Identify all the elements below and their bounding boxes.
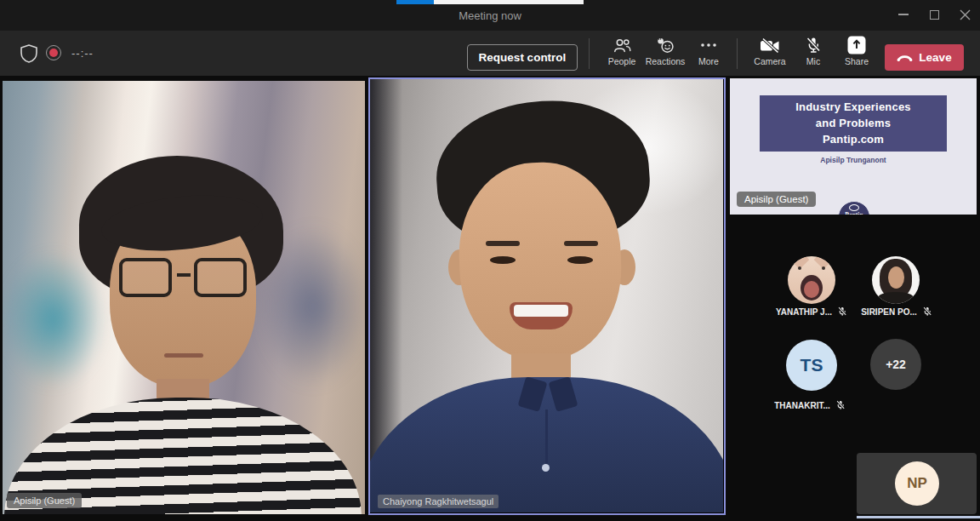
slide-title-box: Industry Experiences and Problems Pantip…: [760, 95, 947, 152]
mic-off-icon: [805, 36, 822, 54]
recording-ring-icon: [46, 45, 61, 60]
cat-mouth-inner: [804, 281, 819, 298]
participant-avatar-thanakrit[interactable]: TS: [786, 340, 837, 391]
toolbar-divider: [737, 38, 738, 69]
person-teeth: [514, 305, 568, 317]
mic-label: Mic: [806, 56, 820, 66]
more-label: More: [698, 56, 719, 66]
cat-eye: [798, 266, 801, 270]
share-label: Share: [845, 56, 869, 66]
camera-button[interactable]: Camera: [746, 36, 794, 73]
shared-screen-thumbnail[interactable]: Industry Experiences and Problems Pantip…: [730, 78, 977, 215]
video-tile-apisilp[interactable]: Apisilp (Guest): [3, 81, 365, 514]
participant-label-thanakrit: THANAKRIT...: [762, 399, 858, 411]
security-button[interactable]: [18, 43, 40, 65]
slide-title-line: Pantip.com: [760, 131, 947, 147]
self-initials: NP: [907, 475, 927, 492]
cat-eye: [822, 266, 825, 270]
recording-indicator: [44, 43, 63, 62]
self-tile-edge-highlight: [857, 516, 980, 518]
slide-title-line: and Problems: [760, 115, 947, 131]
participant-initials: TS: [786, 340, 837, 391]
share-button[interactable]: Share: [833, 36, 880, 73]
glasses-left-lens: [119, 258, 172, 297]
camera-off-icon: [760, 36, 781, 54]
people-button[interactable]: People: [598, 36, 646, 73]
more-icon: [700, 36, 717, 54]
meeting-toolbar: --:-- Request control People: [0, 31, 980, 76]
slide-title-line: Industry Experiences: [760, 99, 947, 115]
reactions-button[interactable]: Reactions: [641, 36, 689, 73]
leave-label: Leave: [919, 51, 951, 64]
person-eyebrow: [486, 241, 520, 246]
people-icon: [613, 36, 631, 54]
reactions-icon: [657, 36, 675, 54]
glasses-bridge: [177, 273, 191, 277]
meeting-timer: --:--: [71, 47, 94, 60]
person-eye: [490, 256, 516, 264]
pantip-logo-text: Pantip: [839, 211, 869, 215]
leave-button[interactable]: Leave: [885, 44, 964, 71]
polo-button: [542, 464, 550, 472]
maximize-button[interactable]: [920, 0, 949, 29]
muted-mic-icon: [837, 306, 847, 317]
participant-avatar-siripen[interactable]: [872, 256, 920, 304]
recording-dot-icon: [49, 49, 58, 57]
participant-label-yanathip: YANATHIP J...: [764, 306, 859, 318]
participant-name: YANATHIP J...: [776, 307, 832, 317]
reactions-label: Reactions: [646, 56, 686, 66]
muted-mic-icon: [922, 306, 932, 317]
maximize-icon: [930, 10, 939, 20]
glasses-right-lens: [194, 258, 247, 297]
self-avatar: NP: [895, 461, 939, 506]
mic-button[interactable]: Mic: [789, 36, 837, 73]
window-title: Meeting now: [0, 9, 980, 22]
people-label: People: [608, 56, 636, 66]
muted-mic-icon: [835, 400, 846, 410]
titlebar: Meeting now: [0, 0, 980, 31]
presenter-name-label: Apisilp (Guest): [737, 192, 816, 207]
meeting-stage: Apisilp (Guest): [0, 76, 980, 521]
minimize-icon: [898, 14, 909, 15]
overflow-participants-badge[interactable]: +22: [870, 339, 921, 390]
participant-label-siripen: SIRIPEN PO...: [849, 306, 944, 318]
camera-label: Camera: [754, 56, 785, 66]
overflow-count: +22: [870, 339, 921, 390]
woman-face: [888, 266, 904, 289]
participant-avatar-yanathip[interactable]: [788, 256, 835, 304]
toolbar-divider: [589, 38, 590, 69]
participant-name-label: Apisilp (Guest): [7, 493, 82, 508]
pantip-logo-glyph: [849, 204, 859, 211]
close-icon: [960, 9, 971, 20]
meeting-window: Meeting now --:-- Request contro: [0, 0, 980, 521]
person-eye: [567, 256, 593, 264]
participant-name: THANAKRIT...: [774, 401, 830, 410]
polo-placket: [545, 409, 548, 469]
woman-shoulders: [878, 292, 914, 304]
slide-subtitle: Apisilp Trunganont: [730, 156, 977, 164]
request-control-label: Request control: [479, 51, 567, 64]
participant-name-label: Chaiyong Ragkhitwetsagul: [378, 495, 499, 508]
share-icon: [847, 36, 866, 54]
participant-name: SIRIPEN PO...: [861, 307, 917, 317]
progress-accent-strip: [396, 0, 434, 4]
video-tile-chaiyong[interactable]: Chaiyong Ragkhitwetsagul: [370, 79, 723, 512]
shield-icon: [20, 44, 37, 63]
person-smile: [510, 302, 573, 329]
cat-open-mouth: [801, 275, 823, 301]
person-eyebrow: [564, 241, 598, 246]
pantip-logo: Pantip: [838, 201, 870, 215]
minimize-button[interactable]: [889, 0, 918, 29]
person-mouth: [164, 353, 203, 358]
more-button[interactable]: More: [685, 36, 732, 73]
self-view-tile[interactable]: NP: [857, 453, 977, 514]
close-button[interactable]: [950, 0, 979, 29]
hangup-icon: [897, 54, 913, 61]
video-tile-chaiyong-active-border: Chaiyong Ragkhitwetsagul: [368, 77, 726, 515]
tab-strip: [434, 0, 584, 4]
request-control-button[interactable]: Request control: [467, 44, 578, 71]
